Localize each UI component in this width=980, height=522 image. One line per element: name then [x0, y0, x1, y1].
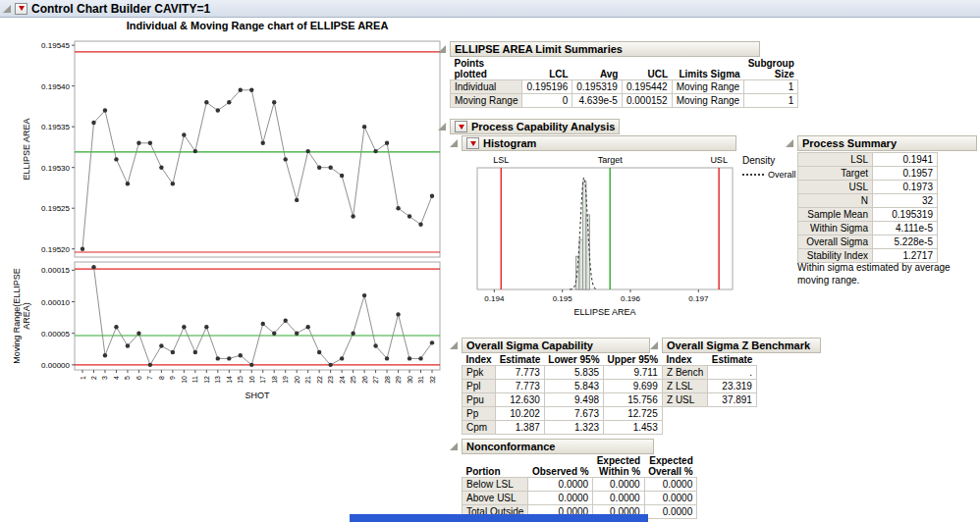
data-point[interactable]: [193, 350, 197, 354]
data-point[interactable]: [396, 312, 400, 316]
data-point[interactable]: [317, 165, 321, 169]
disclosure-triangle-icon[interactable]: [450, 341, 458, 349]
data-point[interactable]: [136, 141, 140, 145]
x-tick-label: 15: [237, 376, 244, 384]
histogram-chart[interactable]: LSLTargetUSL0.1940.1950.1960.197ELLIPSE …: [462, 152, 756, 321]
data-point[interactable]: [408, 214, 411, 218]
data-point[interactable]: [216, 108, 220, 112]
data-point[interactable]: [340, 174, 344, 178]
disclosure-triangle-icon[interactable]: [438, 45, 446, 53]
data-point[interactable]: [249, 88, 253, 92]
data-point[interactable]: [328, 363, 332, 367]
table-row: Ppk7.7735.8359.711: [463, 366, 663, 380]
data-point[interactable]: [182, 132, 186, 136]
y-axis-title: Moving Range(ELLIPSE: [12, 268, 22, 364]
data-point[interactable]: [114, 325, 118, 329]
data-point[interactable]: [305, 149, 309, 153]
data-point[interactable]: [91, 121, 95, 125]
data-point[interactable]: [272, 331, 276, 335]
data-point[interactable]: [249, 363, 253, 367]
data-point[interactable]: [239, 353, 243, 357]
data-point[interactable]: [227, 356, 231, 360]
plot-frame: [75, 262, 440, 370]
data-point[interactable]: [114, 157, 118, 161]
data-point[interactable]: [148, 363, 152, 367]
data-point[interactable]: [385, 356, 389, 360]
legend-entry-label: Overall: [768, 170, 796, 180]
disclosure-triangle-icon[interactable]: [3, 5, 11, 13]
data-point[interactable]: [317, 350, 321, 354]
data-point[interactable]: [362, 125, 366, 129]
data-point[interactable]: [103, 353, 107, 357]
data-point[interactable]: [261, 141, 265, 145]
data-point[interactable]: [385, 141, 389, 145]
data-point[interactable]: [305, 325, 309, 329]
cell: 5.228e-5: [873, 235, 938, 249]
data-point[interactable]: [227, 100, 231, 104]
data-point[interactable]: [148, 141, 152, 145]
disclosure-triangle-icon[interactable]: [650, 341, 658, 349]
data-point[interactable]: [351, 214, 354, 218]
data-point[interactable]: [373, 343, 377, 347]
y-tick-label: 0.19540: [41, 82, 70, 91]
data-point[interactable]: [284, 157, 288, 161]
x-tick-label: 0.195: [553, 294, 573, 303]
section-title: Histogram: [483, 137, 536, 149]
x-tick-label: 29: [395, 376, 402, 384]
cell: 0.1973: [873, 181, 938, 194]
data-point[interactable]: [272, 100, 276, 104]
cell: 0.195442: [622, 80, 672, 94]
x-tick-label: 16: [248, 376, 255, 384]
data-point[interactable]: [103, 108, 107, 112]
disclosure-triangle-icon[interactable]: [450, 139, 458, 147]
data-point[interactable]: [295, 331, 299, 335]
data-point[interactable]: [430, 340, 434, 344]
column-header: Index: [463, 354, 496, 366]
data-point[interactable]: [284, 319, 288, 323]
cell: Cpm: [463, 421, 496, 435]
table-row: Z LSL23.319: [663, 380, 757, 393]
data-point[interactable]: [171, 350, 175, 354]
data-point[interactable]: [171, 182, 175, 185]
data-point[interactable]: [193, 149, 197, 153]
red-triangle-menu-icon[interactable]: [15, 3, 27, 15]
data-point[interactable]: [295, 198, 299, 202]
x-tick-label: 24: [339, 376, 346, 384]
data-point[interactable]: [81, 246, 84, 250]
data-point[interactable]: [91, 265, 95, 269]
cell: 5.835: [544, 366, 603, 380]
imr-chart[interactable]: 0.195200.195250.195300.195350.195400.195…: [4, 33, 448, 408]
data-point[interactable]: [362, 293, 366, 297]
cell: Moving Range: [451, 94, 522, 108]
disclosure-triangle-icon[interactable]: [786, 139, 793, 147]
process-capability-header: Process Capability Analysis: [450, 119, 620, 134]
data-point[interactable]: [430, 194, 434, 198]
data-point[interactable]: [126, 182, 130, 185]
data-point[interactable]: [204, 100, 208, 104]
data-point[interactable]: [373, 149, 377, 153]
red-triangle-menu-icon[interactable]: [455, 121, 467, 132]
series-line: [94, 267, 433, 365]
data-point[interactable]: [340, 356, 344, 360]
data-point[interactable]: [261, 322, 265, 326]
table-row: Within Sigma4.111e-5: [798, 222, 938, 235]
disclosure-triangle-icon[interactable]: [450, 443, 458, 450]
data-point[interactable]: [159, 343, 163, 347]
data-point[interactable]: [396, 206, 400, 210]
data-point[interactable]: [159, 165, 163, 169]
red-triangle-menu-icon[interactable]: [466, 137, 479, 149]
x-tick-label: 22: [316, 376, 323, 384]
data-point[interactable]: [182, 325, 186, 329]
x-tick-label: 0.196: [621, 294, 641, 303]
data-point[interactable]: [216, 356, 220, 360]
disclosure-triangle-icon[interactable]: [438, 123, 446, 130]
data-point[interactable]: [204, 325, 208, 329]
data-point[interactable]: [418, 356, 422, 360]
data-point[interactable]: [408, 356, 411, 360]
data-point[interactable]: [126, 343, 130, 347]
data-point[interactable]: [239, 88, 243, 92]
data-point[interactable]: [351, 331, 354, 335]
data-point[interactable]: [418, 223, 422, 227]
data-point[interactable]: [136, 331, 140, 335]
data-point[interactable]: [328, 165, 332, 169]
